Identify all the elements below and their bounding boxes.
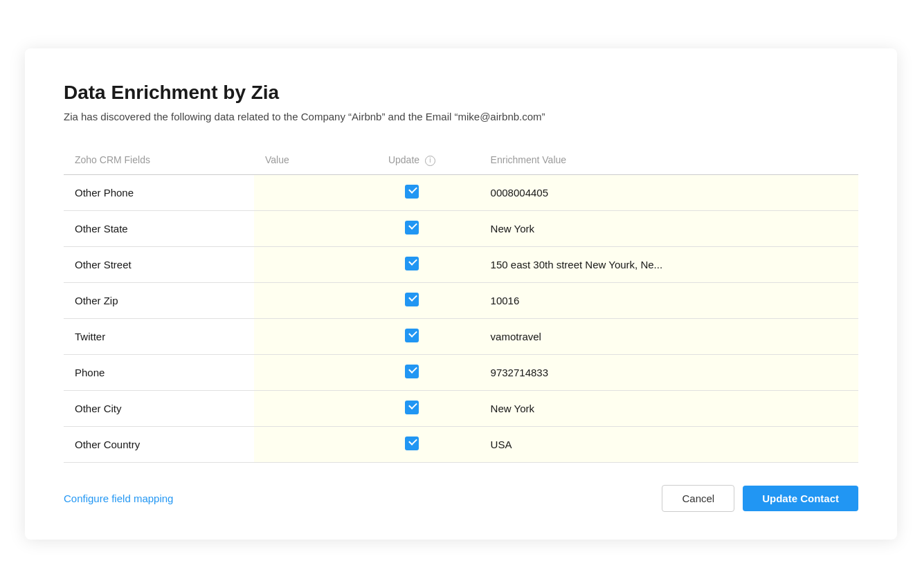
field-name-cell: Other State	[64, 210, 254, 246]
field-name-cell: Other Phone	[64, 174, 254, 210]
col-header-update: Update i	[344, 147, 479, 174]
update-checkbox[interactable]	[405, 329, 419, 342]
update-checkbox[interactable]	[405, 437, 419, 450]
update-checkbox[interactable]	[405, 257, 419, 270]
col-header-enrichment: Enrichment Value	[480, 147, 858, 174]
update-checkbox[interactable]	[405, 221, 419, 235]
modal-container: Data Enrichment by Zia Zia has discovere…	[25, 48, 897, 540]
table-row: Other Phone0008004405	[64, 174, 858, 210]
enrichment-value-cell: 10016	[480, 282, 858, 318]
table-row: Other Zip10016	[64, 282, 858, 318]
value-cell	[254, 174, 344, 210]
value-cell	[254, 210, 344, 246]
update-cell	[344, 426, 479, 462]
field-name-cell: Phone	[64, 354, 254, 390]
update-checkbox[interactable]	[405, 185, 419, 199]
field-name-cell: Other Street	[64, 246, 254, 282]
configure-field-mapping-link[interactable]: Configure field mapping	[64, 493, 173, 504]
table-row: Other Street150 east 30th street New You…	[64, 246, 858, 282]
footer-buttons: Cancel Update Contact	[662, 485, 858, 512]
data-table: Zoho CRM Fields Value Update i Enrichmen…	[64, 147, 858, 463]
value-cell	[254, 426, 344, 462]
table-row: Twittervamotravel	[64, 318, 858, 354]
update-cell	[344, 354, 479, 390]
value-cell	[254, 318, 344, 354]
page-subtitle: Zia has discovered the following data re…	[64, 111, 858, 122]
update-cell	[344, 174, 479, 210]
update-checkbox[interactable]	[405, 365, 419, 378]
update-cell	[344, 390, 479, 426]
col-header-crm-fields: Zoho CRM Fields	[64, 147, 254, 174]
value-cell	[254, 246, 344, 282]
value-cell	[254, 282, 344, 318]
update-info-icon: i	[425, 156, 435, 166]
footer-row: Configure field mapping Cancel Update Co…	[64, 485, 858, 512]
update-cell	[344, 246, 479, 282]
enrichment-value-cell: 0008004405	[480, 174, 858, 210]
table-row: Other CountryUSA	[64, 426, 858, 462]
enrichment-value-cell: 150 east 30th street New Yourk, Ne...	[480, 246, 858, 282]
update-cell	[344, 210, 479, 246]
cancel-button[interactable]: Cancel	[662, 485, 734, 512]
update-cell	[344, 318, 479, 354]
field-name-cell: Twitter	[64, 318, 254, 354]
table-row: Other StateNew York	[64, 210, 858, 246]
table-header-row: Zoho CRM Fields Value Update i Enrichmen…	[64, 147, 858, 174]
enrichment-value-cell: New York	[480, 210, 858, 246]
update-cell	[344, 282, 479, 318]
enrichment-value-cell: USA	[480, 426, 858, 462]
enrichment-value-cell: 9732714833	[480, 354, 858, 390]
table-row: Phone9732714833	[64, 354, 858, 390]
table-row: Other CityNew York	[64, 390, 858, 426]
field-name-cell: Other Country	[64, 426, 254, 462]
col-header-value: Value	[254, 147, 344, 174]
field-name-cell: Other City	[64, 390, 254, 426]
value-cell	[254, 354, 344, 390]
value-cell	[254, 390, 344, 426]
enrichment-value-cell: New York	[480, 390, 858, 426]
field-name-cell: Other Zip	[64, 282, 254, 318]
page-title: Data Enrichment by Zia	[64, 82, 858, 104]
table-body: Other Phone0008004405Other StateNew York…	[64, 174, 858, 462]
update-checkbox[interactable]	[405, 293, 419, 306]
update-contact-button[interactable]: Update Contact	[743, 486, 858, 511]
enrichment-value-cell: vamotravel	[480, 318, 858, 354]
update-checkbox[interactable]	[405, 401, 419, 414]
